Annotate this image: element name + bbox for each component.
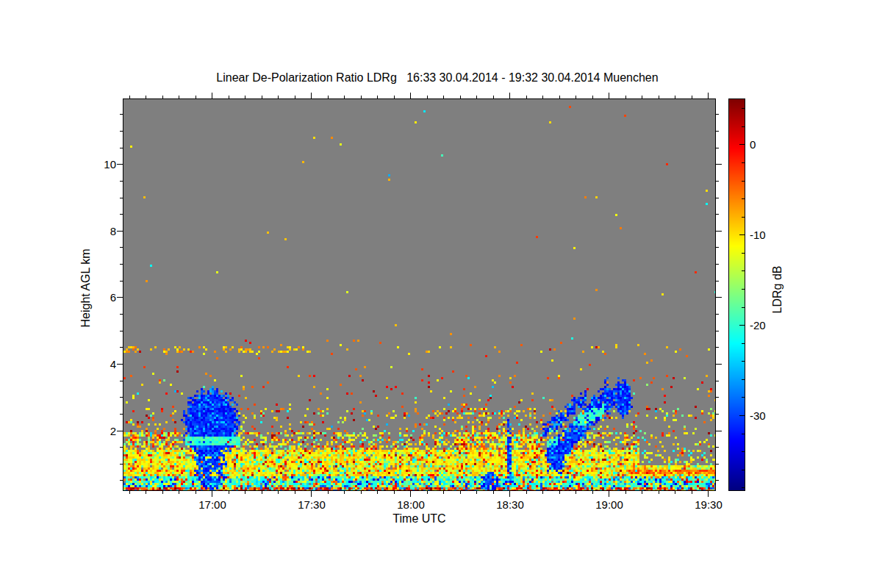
y-minor-tick-right [716,247,719,248]
y-minor-tick-right [716,414,719,415]
y-major-tick [117,164,123,165]
x-minor-tick [675,491,675,494]
y-major-tick [117,364,123,365]
y-minor-tick-right [716,447,719,448]
y-minor-tick [120,131,123,132]
y-minor-tick-right [716,264,719,265]
x-minor-tick-top [179,96,179,98]
x-major-tick-top [410,93,411,98]
colorbar-tick-label: 0 [750,138,756,151]
x-major-tick [708,491,709,497]
x-tick-label: 19:00 [595,498,623,511]
x-minor-tick [460,491,461,494]
x-minor-tick-top [559,96,560,98]
x-minor-tick-top [245,96,245,98]
y-minor-tick [120,464,123,465]
y-minor-tick [120,397,123,398]
x-minor-tick-top [692,96,692,98]
x-major-tick-top [509,93,510,98]
y-major-tick [117,297,123,298]
x-minor-tick-top [146,96,146,98]
y-tick-label: 10 [94,158,116,171]
x-tick-label: 18:30 [496,498,524,511]
y-minor-tick-right [716,331,719,331]
x-minor-tick-top [642,96,642,98]
x-minor-tick [377,491,378,494]
y-minor-tick [120,480,123,481]
x-minor-tick-top [262,96,262,98]
y-minor-tick [120,148,123,148]
x-minor-tick-top [675,96,675,98]
y-major-tick-right [716,231,722,232]
x-minor-tick [229,491,229,494]
x-minor-tick-top [427,96,428,98]
x-tick-label: 17:00 [198,498,226,511]
x-minor-tick [129,491,130,494]
x-minor-tick [576,491,576,494]
y-minor-tick-right [716,397,719,398]
y-major-tick-right [716,164,722,165]
x-minor-tick [162,491,163,494]
x-minor-tick [146,491,146,494]
x-minor-tick-top [526,96,527,98]
x-major-tick-top [311,93,312,98]
x-minor-tick [692,491,692,494]
x-minor-tick [659,491,659,494]
x-major-tick [410,491,411,497]
y-minor-tick [120,381,123,381]
x-minor-tick-top [592,96,593,98]
colorbar-tick-label: -30 [750,409,766,422]
y-tick-label: 2 [94,425,116,437]
y-major-tick-right [716,431,722,431]
x-minor-tick-top [328,96,329,98]
x-major-tick [212,491,212,497]
y-minor-tick [120,114,123,115]
y-minor-tick-right [716,281,719,282]
x-minor-tick-top [129,96,130,98]
x-axis-label: Time UTC [123,512,715,526]
y-minor-tick-right [716,347,719,348]
x-minor-tick [245,491,245,494]
y-minor-tick [120,181,123,182]
x-minor-tick-top [542,96,543,98]
x-minor-tick [196,491,196,494]
x-tick-label: 17:30 [298,498,326,511]
plot-title: Linear De-Polarization Ratio LDRg 16:33 … [0,71,875,85]
y-minor-tick-right [716,464,719,465]
y-minor-tick [120,331,123,331]
x-minor-tick [328,491,329,494]
y-minor-tick-right [716,148,719,148]
y-minor-tick-right [716,214,719,215]
x-minor-tick [394,491,395,494]
x-minor-tick-top [394,96,395,98]
colorbar-tick-label: -20 [750,319,766,331]
x-minor-tick [559,491,560,494]
x-minor-tick-top [278,96,279,98]
y-minor-tick [120,447,123,448]
x-major-tick [609,491,609,497]
x-major-tick-top [609,93,609,98]
colorbar-canvas [729,99,745,490]
x-minor-tick-top [162,96,163,98]
x-minor-tick [427,491,428,494]
x-minor-tick-top [625,96,626,98]
x-minor-tick [179,491,179,494]
x-minor-tick-top [659,96,659,98]
y-minor-tick [120,347,123,348]
x-minor-tick [526,491,527,494]
x-minor-tick-top [377,96,378,98]
x-minor-tick [344,491,345,494]
x-major-tick [509,491,510,497]
x-minor-tick-top [196,96,196,98]
x-minor-tick-top [295,96,295,98]
x-minor-tick [262,491,262,494]
y-minor-tick [120,264,123,265]
x-minor-tick [295,491,295,494]
x-minor-tick-top [344,96,345,98]
x-minor-tick-top [361,96,362,98]
x-minor-tick-top [493,96,494,98]
x-minor-tick-top [460,96,461,98]
y-minor-tick-right [716,114,719,115]
x-minor-tick [361,491,362,494]
x-major-tick-top [212,93,212,98]
